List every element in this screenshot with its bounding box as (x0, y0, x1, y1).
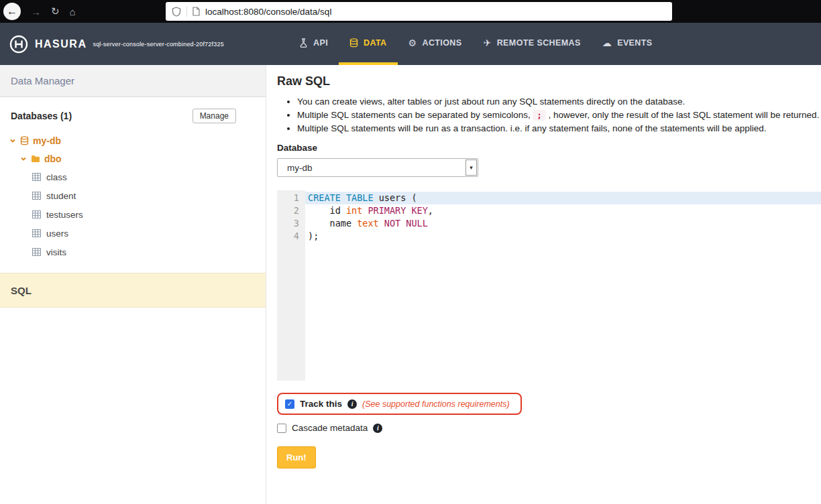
track-this-label: Track this (300, 399, 342, 409)
table-name: student (46, 191, 76, 201)
url-text: localhost:8080/console/data/sql (205, 7, 331, 17)
database-icon (20, 136, 29, 145)
table-icon (32, 229, 41, 237)
table-name: testusers (46, 210, 83, 220)
table-name: visits (46, 247, 66, 257)
url-bar[interactable]: localhost:8080/console/data/sql (166, 2, 672, 21)
database-name: my-db (33, 135, 61, 146)
manage-button[interactable]: Manage (193, 109, 236, 123)
table-name: class (46, 172, 67, 182)
browser-toolbar: ← → ↻ ⌂ localhost:8080/console/data/sql (0, 0, 821, 23)
line-number: 2 (277, 204, 299, 217)
code-line: id int PRIMARY KEY, (305, 204, 821, 217)
cascade-metadata-label: Cascade metadata (292, 423, 368, 433)
brand-name: HASURA (35, 38, 87, 50)
code-line: CREATE TABLE users ( (305, 192, 821, 204)
hasura-logo-icon (9, 34, 29, 54)
nav-tab-api[interactable]: API (288, 23, 339, 65)
code-line: ); (305, 230, 821, 243)
editor-code-area[interactable]: CREATE TABLE users ( id int PRIMARY KEY,… (305, 190, 821, 381)
database-select[interactable]: my-db ▾ (277, 158, 478, 177)
home-icon[interactable]: ⌂ (70, 6, 76, 17)
table-icon (32, 210, 41, 218)
table-item-class[interactable]: class (32, 168, 266, 186)
tree-item-schema[interactable]: dbo (20, 149, 266, 168)
table-icon (32, 192, 41, 200)
nav-tab-label: DATA (364, 38, 386, 48)
url-divider (186, 6, 187, 17)
info-icon[interactable]: i (373, 424, 382, 433)
nav-tab-data[interactable]: DATA (339, 23, 397, 65)
table-item-student[interactable]: student (32, 186, 266, 205)
forward-icon[interactable]: → (31, 6, 41, 17)
bullet-item: Multiple SQL statements can be separated… (297, 110, 821, 120)
table-item-visits[interactable]: visits (32, 243, 266, 261)
table-item-users[interactable]: users (32, 224, 266, 243)
brand-block[interactable]: HASURA sql-server-console-server-combine… (0, 23, 266, 65)
nav-tab-events[interactable]: ☁ EVENTS (592, 23, 663, 65)
back-icon[interactable]: ← (3, 3, 21, 20)
cloud-icon: ☁ (602, 38, 612, 48)
info-bullets: You can create views, alter tables or ju… (277, 97, 821, 133)
bullet-item: You can create views, alter tables or ju… (297, 97, 821, 107)
database-select-value: my-db (278, 163, 313, 173)
chevron-down-icon (9, 137, 16, 144)
supported-functions-link[interactable]: (See supported functions requirements) (362, 399, 510, 409)
build-version: sql-server-console-server-combined-20f72… (93, 41, 223, 48)
top-nav: API DATA ⚙ ACTIONS ✈ REMOTE SCHEMAS ☁ EV… (288, 23, 663, 65)
reload-icon[interactable]: ↻ (51, 5, 60, 17)
sidebar: Data Manager Databases (1) Manage my-db (0, 65, 266, 504)
data-manager-link[interactable]: Data Manager (0, 65, 266, 97)
line-number: 4 (277, 230, 299, 243)
nav-tab-remote-schemas[interactable]: ✈ REMOTE SCHEMAS (473, 23, 592, 65)
app-header: HASURA sql-server-console-server-combine… (0, 23, 821, 65)
cascade-metadata-checkbox[interactable] (277, 424, 286, 433)
nav-tab-label: EVENTS (617, 38, 652, 48)
code-line: name text NOT NULL (305, 217, 821, 230)
plane-icon: ✈ (484, 38, 492, 48)
nav-tab-label: ACTIONS (422, 38, 461, 48)
info-icon[interactable]: i (347, 399, 357, 409)
table-item-testusers[interactable]: testusers (32, 205, 266, 224)
select-dropdown-arrow-icon: ▾ (466, 160, 477, 176)
semicolon-code-chip: ; (533, 110, 545, 121)
table-name: users (46, 229, 68, 239)
shield-icon[interactable] (172, 7, 181, 17)
sql-editor[interactable]: 1 2 3 4 CREATE TABLE users ( id int PRIM… (277, 190, 821, 381)
page-icon[interactable] (193, 7, 200, 16)
table-icon (32, 248, 41, 256)
databases-label: Databases (1) (11, 111, 72, 121)
line-number: 3 (277, 217, 299, 230)
nav-tab-label: REMOTE SCHEMAS (497, 38, 581, 48)
track-this-annotation-box: ✓ Track this i (See supported functions … (277, 393, 522, 415)
editor-gutter: 1 2 3 4 (277, 190, 305, 381)
tree-item-database[interactable]: my-db (9, 131, 266, 149)
database-tree: my-db dbo class student (0, 123, 266, 261)
bullet-item: Multiple SQL statements will be run as a… (297, 123, 821, 133)
line-number: 1 (277, 192, 299, 204)
page-title: Raw SQL (277, 74, 821, 88)
table-icon (32, 173, 41, 181)
folder-icon (31, 155, 40, 163)
track-this-checkbox[interactable]: ✓ (285, 399, 294, 409)
run-button[interactable]: Run! (277, 446, 316, 468)
flask-icon (299, 38, 308, 48)
database-select-label: Database (277, 143, 821, 153)
databases-row: Databases (1) Manage (0, 97, 266, 123)
sidebar-item-sql[interactable]: SQL (0, 273, 266, 308)
nav-tab-label: API (313, 38, 328, 48)
gears-icon: ⚙ (408, 38, 417, 48)
cascade-metadata-row: Cascade metadata i (277, 423, 821, 433)
nav-tab-actions[interactable]: ⚙ ACTIONS (398, 23, 473, 65)
chevron-down-icon (20, 155, 27, 162)
main-content: Raw SQL You can create views, alter tabl… (266, 65, 821, 504)
schema-name: dbo (44, 153, 62, 164)
database-icon (349, 38, 358, 48)
